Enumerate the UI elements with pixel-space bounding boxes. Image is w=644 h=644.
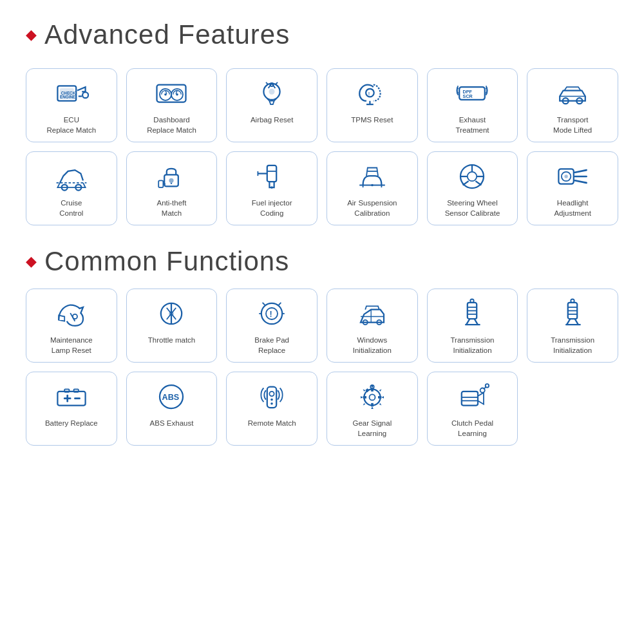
svg-point-4 bbox=[82, 92, 88, 98]
feature-card-transmission2: TransmissionInitialization bbox=[527, 289, 618, 363]
cruise-icon bbox=[52, 160, 91, 193]
feature-card-dpf: DPF SCR ExhaustTreatment bbox=[427, 68, 518, 142]
feature-label: TransmissionInitialization bbox=[451, 336, 495, 355]
svg-text:!: ! bbox=[270, 310, 272, 319]
feature-label: Clutch PedalLearning bbox=[451, 419, 493, 439]
svg-point-83 bbox=[270, 399, 273, 401]
antitheft-icon bbox=[152, 160, 191, 193]
throttle-icon bbox=[152, 297, 191, 330]
svg-point-46 bbox=[565, 175, 568, 178]
feature-card-abs: ABS ABS Exhaust bbox=[126, 372, 218, 446]
diamond-icon: ◆ bbox=[26, 28, 37, 42]
svg-rect-74 bbox=[64, 389, 69, 392]
abs-icon: ABS bbox=[152, 380, 191, 413]
brake-icon: ! bbox=[252, 297, 291, 330]
svg-point-14 bbox=[269, 89, 275, 95]
feature-card-headlight: HeadlightAdjustment bbox=[527, 151, 618, 225]
feature-label: TransmissionInitialization bbox=[551, 336, 594, 355]
dashboard-icon bbox=[152, 77, 191, 110]
feature-card-clutch: Clutch PedalLearning bbox=[427, 372, 518, 446]
svg-point-28 bbox=[169, 178, 174, 183]
tpms-icon: ! bbox=[353, 77, 392, 110]
steering-icon bbox=[453, 160, 491, 193]
svg-rect-73 bbox=[57, 392, 85, 406]
gear-icon bbox=[353, 380, 392, 413]
svg-point-15 bbox=[366, 89, 374, 97]
feature-label: Throttle match bbox=[148, 336, 196, 346]
svg-text:ABS: ABS bbox=[162, 393, 180, 402]
svg-rect-88 bbox=[371, 403, 374, 406]
remote-icon bbox=[252, 380, 291, 413]
feature-label: WindowsInitialization bbox=[353, 336, 392, 355]
svg-text:ENGINE: ENGINE bbox=[60, 95, 75, 99]
battery-icon bbox=[52, 380, 91, 413]
svg-point-82 bbox=[270, 392, 274, 396]
feature-card-ecu: CHECK ENGINE ECUReplace Match bbox=[26, 68, 117, 142]
feature-card-tpms: ! TPMS Reset bbox=[327, 68, 418, 142]
feature-label: Airbag Reset bbox=[251, 115, 293, 126]
feature-card-remote: Remote Match bbox=[226, 372, 317, 446]
svg-rect-75 bbox=[73, 389, 78, 392]
feature-card-maintenance: MaintenanceLamp Reset bbox=[26, 289, 117, 363]
feature-card-transmission1: TransmissionInitialization bbox=[427, 289, 518, 363]
svg-point-10 bbox=[165, 93, 167, 96]
feature-card-brake: ! Brake PadReplace bbox=[226, 289, 317, 363]
dpf-icon: DPF SCR bbox=[453, 77, 491, 110]
feature-label: Steering WheelSensor Calibrate bbox=[445, 198, 500, 218]
advanced-features-title: Advanced Features bbox=[44, 19, 290, 50]
feature-card-battery: Battery Replace bbox=[26, 372, 117, 446]
feature-label: CruiseControl bbox=[59, 198, 83, 218]
svg-point-13 bbox=[270, 83, 273, 86]
feature-card-car: TransportMode Lifted bbox=[527, 68, 618, 142]
svg-point-51 bbox=[73, 314, 77, 319]
feature-card-gear: Gear SignalLearning bbox=[327, 372, 418, 446]
ecu-icon: CHECK ENGINE bbox=[52, 77, 91, 110]
svg-line-47 bbox=[575, 170, 587, 173]
feature-label: Gear SignalLearning bbox=[352, 419, 392, 439]
svg-point-11 bbox=[176, 93, 179, 96]
feature-label: HeadlightAdjustment bbox=[554, 198, 591, 218]
advanced-features-header: ◆ Advanced Features bbox=[26, 19, 618, 50]
feature-card-airbag: Airbag Reset bbox=[226, 68, 317, 142]
feature-card-throttle: Throttle match bbox=[126, 289, 218, 363]
feature-card-antitheft: Anti-theftMatch bbox=[126, 151, 218, 225]
svg-text:SCR: SCR bbox=[463, 93, 473, 99]
advanced-features-grid: CHECK ENGINE ECUReplace Match DashboardR… bbox=[26, 68, 618, 225]
feature-label: ABS Exhaust bbox=[150, 419, 194, 429]
svg-point-38 bbox=[468, 172, 477, 181]
svg-point-54 bbox=[169, 311, 174, 316]
injector-icon bbox=[252, 160, 291, 193]
svg-rect-89 bbox=[363, 396, 366, 399]
feature-label: ExhaustTreatment bbox=[456, 115, 489, 135]
svg-line-49 bbox=[575, 180, 587, 183]
svg-rect-29 bbox=[159, 180, 164, 187]
feature-label: Remote Match bbox=[248, 419, 296, 429]
feature-card-cruise: CruiseControl bbox=[26, 151, 117, 225]
headlight-icon bbox=[553, 160, 592, 193]
svg-rect-93 bbox=[462, 392, 478, 406]
common-functions-title: Common Functions bbox=[44, 246, 289, 277]
svg-rect-90 bbox=[378, 396, 381, 399]
car-icon bbox=[553, 77, 592, 110]
svg-rect-31 bbox=[267, 166, 276, 182]
feature-card-dashboard: DashboardReplace Match bbox=[126, 68, 218, 142]
feature-card-injector: Fuel injectorCoding bbox=[226, 151, 317, 225]
transmission2-icon bbox=[553, 297, 592, 330]
feature-label: MaintenanceLamp Reset bbox=[50, 336, 93, 355]
feature-card-windows: WindowsInitialization bbox=[327, 289, 418, 363]
feature-label: Anti-theftMatch bbox=[156, 198, 186, 218]
suspension-icon bbox=[353, 160, 392, 193]
svg-point-65 bbox=[471, 299, 474, 303]
clutch-icon bbox=[453, 380, 491, 413]
windows-icon bbox=[353, 297, 392, 330]
diamond-icon-2: ◆ bbox=[26, 254, 37, 269]
svg-point-84 bbox=[270, 402, 273, 405]
svg-point-85 bbox=[364, 389, 380, 405]
feature-label: Air SuspensionCalibration bbox=[347, 198, 397, 218]
common-functions-header: ◆ Common Functions bbox=[26, 246, 618, 277]
feature-label: Fuel injectorCoding bbox=[252, 198, 292, 218]
maintenance-icon bbox=[52, 297, 91, 330]
feature-label: Brake PadReplace bbox=[254, 336, 289, 355]
svg-text:!: ! bbox=[368, 91, 370, 97]
feature-label: TransportMode Lifted bbox=[553, 115, 592, 135]
